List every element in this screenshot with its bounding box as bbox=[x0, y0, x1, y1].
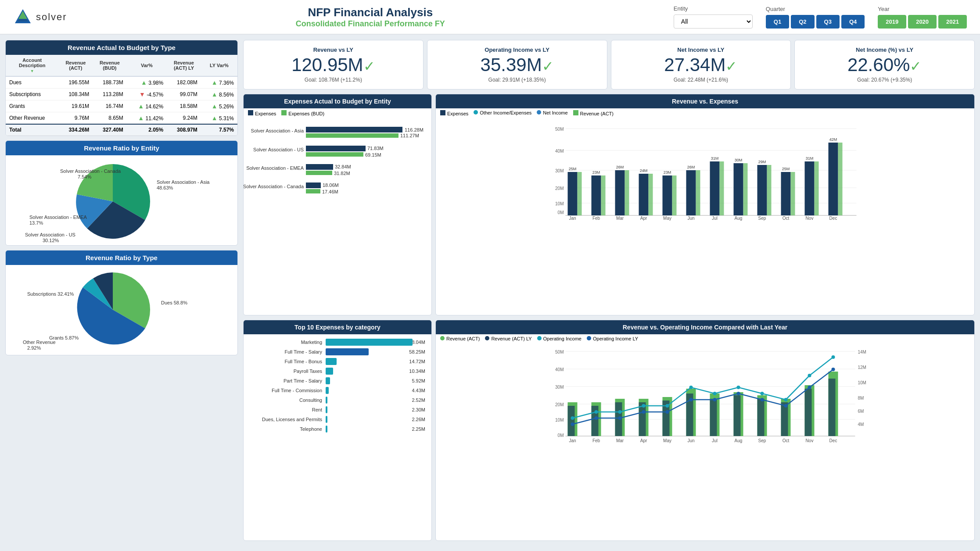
svg-rect-75 bbox=[781, 172, 791, 215]
table-row: Grants 19.61M 16.74M ▲ 14.62% 18.58M ▲ 5… bbox=[6, 100, 237, 112]
revenue-bud: 113.28M bbox=[93, 89, 127, 100]
svg-text:Dues 58.8%: Dues 58.8% bbox=[161, 300, 187, 305]
total-ly-var: 7.57% bbox=[201, 124, 237, 136]
main-title: NFP Financial Analysis bbox=[67, 6, 674, 19]
ly-var-pct: ▲ 8.56% bbox=[201, 89, 237, 100]
total-row: Total 334.26M 327.40M 2.05% 308.97M 7.57… bbox=[6, 124, 237, 136]
expense-bar-icon bbox=[326, 397, 327, 404]
svg-text:Solver Association - EMEA: Solver Association - EMEA bbox=[246, 165, 304, 171]
year-buttons: 2019 2020 2021 bbox=[878, 15, 967, 29]
svg-rect-67 bbox=[720, 161, 724, 215]
entity-select[interactable]: All bbox=[674, 14, 753, 29]
q3-button[interactable]: Q3 bbox=[816, 15, 840, 29]
expenses-legend-expenses-icon bbox=[248, 110, 253, 115]
kpi-opincome: Operating Income vs LY 35.39M✓ Goal: 29.… bbox=[427, 40, 607, 89]
q1-button[interactable]: Q1 bbox=[766, 15, 789, 29]
revenue-ratio-type-chart: Dues 58.8% Subscriptions 32.41% Other Re… bbox=[6, 265, 237, 355]
svg-rect-79 bbox=[815, 161, 819, 215]
svg-text:Solver Association - US: Solver Association - US bbox=[253, 147, 304, 152]
col-bud: Revenue(BUD) bbox=[93, 55, 127, 76]
svg-text:20M: 20M bbox=[555, 186, 564, 191]
expenses-list: Marketing 118.04M Full Time - Salary 58.… bbox=[244, 334, 431, 440]
expense-label: Payroll Taxes bbox=[250, 369, 322, 374]
quarter-buttons: Q1 Q2 Q3 Q4 bbox=[766, 15, 865, 29]
svg-rect-23 bbox=[306, 152, 363, 157]
svg-point-141 bbox=[642, 404, 646, 408]
year-label: Year bbox=[878, 6, 967, 12]
list-item: Telephone 2.25M bbox=[250, 426, 425, 433]
expense-bar-icon bbox=[326, 348, 369, 355]
expense-label: Rent bbox=[250, 407, 322, 412]
expense-bar-wrap bbox=[326, 368, 404, 375]
svg-text:30M: 30M bbox=[735, 158, 743, 162]
kpi-netincome: Net Income vs LY 27.34M✓ Goal: 22.48M (+… bbox=[611, 40, 791, 89]
svg-rect-63 bbox=[686, 170, 696, 215]
rvse-expenses-icon bbox=[440, 110, 445, 115]
svg-rect-51 bbox=[592, 175, 601, 215]
expenses-entity-legend: Expenses Expenses (BUD) bbox=[244, 108, 431, 118]
svg-text:30M: 30M bbox=[555, 168, 564, 173]
q4-button[interactable]: Q4 bbox=[841, 15, 865, 29]
top10-expenses-header: Top 10 Expenses by category bbox=[244, 320, 431, 334]
svg-rect-28 bbox=[306, 171, 332, 175]
svg-text:Subscriptions 32.41%: Subscriptions 32.41% bbox=[27, 291, 74, 297]
svg-point-150 bbox=[571, 422, 574, 426]
kpi-netincome-pct: Net Income (%) vs LY 22.60%✓ Goal: 20.67… bbox=[794, 40, 975, 89]
svg-text:31M: 31M bbox=[806, 156, 814, 161]
svg-point-143 bbox=[689, 386, 693, 389]
year-2021-button[interactable]: 2021 bbox=[938, 15, 967, 29]
svg-text:10M: 10M bbox=[555, 201, 564, 206]
svg-text:Solver Association - US: Solver Association - US bbox=[25, 232, 75, 237]
expense-value: 5.92M bbox=[412, 378, 425, 383]
svg-rect-76 bbox=[791, 172, 795, 215]
main-content: Revenue Actual to Budget by Type Account… bbox=[0, 35, 980, 546]
svg-text:50M: 50M bbox=[555, 127, 564, 132]
q2-button[interactable]: Q2 bbox=[791, 15, 814, 29]
svg-rect-133 bbox=[734, 395, 741, 436]
svg-text:Sep: Sep bbox=[758, 438, 766, 443]
rvse-rev-icon bbox=[573, 110, 578, 115]
svg-text:4M: 4M bbox=[858, 422, 864, 427]
expense-bar-icon bbox=[326, 387, 329, 394]
svg-text:Mar: Mar bbox=[616, 216, 624, 221]
list-item: Consulting 2.52M bbox=[250, 397, 425, 404]
svg-rect-134 bbox=[757, 399, 765, 436]
svg-rect-132 bbox=[710, 399, 717, 436]
entity-filter-group: Entity All bbox=[674, 5, 753, 29]
expense-value: 58.25M bbox=[409, 349, 425, 354]
svg-text:18.06M: 18.06M bbox=[323, 182, 339, 188]
svg-rect-66 bbox=[710, 161, 720, 215]
svg-rect-137 bbox=[829, 379, 836, 436]
kpi-netincome-pct-check-icon: ✓ bbox=[910, 58, 922, 74]
svg-rect-60 bbox=[663, 175, 672, 215]
svg-text:26M: 26M bbox=[616, 165, 624, 169]
expense-value: 10.34M bbox=[409, 369, 425, 374]
svg-rect-126 bbox=[568, 406, 575, 436]
year-2020-button[interactable]: 2020 bbox=[908, 15, 937, 29]
kpi-revenue-goal: Goal: 108.76M (+11.2%) bbox=[251, 77, 416, 83]
svg-text:6M: 6M bbox=[858, 409, 864, 414]
expenses-entity-bars: Solver Association - Asia 116.28M 111.27… bbox=[244, 118, 431, 208]
svg-point-140 bbox=[618, 410, 622, 414]
table-row: Subscriptions 108.34M 113.28M ▼ -4.57% 9… bbox=[6, 89, 237, 100]
svg-text:23M: 23M bbox=[592, 170, 600, 175]
logo-text: solver bbox=[36, 11, 67, 23]
svg-text:Jul: Jul bbox=[712, 438, 718, 443]
expenses-entity-card: Expenses Actual to Budget by Entity Expe… bbox=[243, 94, 432, 315]
rev-vs-expenses-legend: Expenses Other Income/Expenses Net Incom… bbox=[436, 108, 974, 118]
svg-rect-82 bbox=[838, 143, 843, 215]
svg-text:Jun: Jun bbox=[687, 438, 694, 443]
svg-rect-48 bbox=[568, 172, 578, 215]
kpi-opincome-goal: Goal: 29.91M (+18.35%) bbox=[434, 77, 600, 83]
total-act: 334.26M bbox=[59, 124, 93, 136]
svg-text:48.63%: 48.63% bbox=[157, 185, 173, 190]
quarter-filter-group: Quarter Q1 Q2 Q3 Q4 bbox=[766, 6, 865, 29]
svg-point-142 bbox=[666, 404, 669, 408]
rev-vs-opincome-header: Revenue vs. Operating Income Compared wi… bbox=[436, 320, 974, 334]
svg-text:Feb: Feb bbox=[592, 438, 600, 443]
svg-point-145 bbox=[737, 386, 740, 389]
list-item: Full Time - Salary 58.25M bbox=[250, 348, 425, 355]
year-2019-button[interactable]: 2019 bbox=[878, 15, 906, 29]
svg-text:0M: 0M bbox=[558, 210, 564, 215]
svg-point-152 bbox=[618, 416, 622, 420]
